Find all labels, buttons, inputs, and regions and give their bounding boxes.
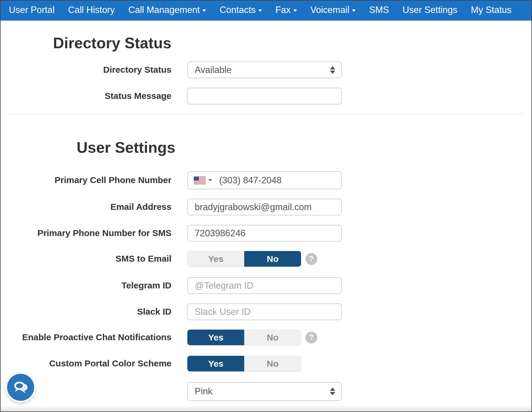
live-chat-button[interactable] [7,374,34,401]
telegram-row: Telegram ID [1,277,531,294]
nav-label: Contacts [219,4,255,16]
status-message-row: Status Message [1,88,531,104]
telegram-id-field[interactable] [187,277,342,294]
sms-number-label: Primary Phone Number for SMS [1,228,171,238]
directory-status-heading: Directory Status [53,35,531,51]
nav-item-my-status[interactable]: My Status [464,4,518,16]
nav-label: User Settings [402,4,457,16]
nav-label: User Portal [9,4,54,16]
sms-to-email-row: SMS to Email Yes No ? [1,251,531,267]
section-divider [8,114,524,114]
color-scheme-select[interactable]: Pink [187,382,342,401]
nav-label: My Status [471,4,511,16]
us-flag-icon [194,177,206,184]
status-message-label: Status Message [1,91,171,101]
nav-item-user-portal[interactable]: User Portal [2,4,61,16]
chevron-down-icon [352,9,356,12]
chevron-down-icon [209,179,212,181]
sms-to-email-toggle: Yes No [187,251,301,267]
nav-label: SMS [369,4,389,16]
email-field[interactable] [187,199,342,215]
page: User Portal Call History Call Management… [0,0,532,412]
nav-item-call-management[interactable]: Call Management [122,4,213,16]
top-navbar: User Portal Call History Call Management… [1,1,531,21]
nav-label: Call Management [128,4,200,16]
primary-cell-value: (303) 847-2048 [219,175,282,186]
nav-label: Call History [68,4,115,16]
custom-color-row: Custom Portal Color Scheme Yes No [1,356,531,371]
nav-label: Fax [275,4,291,16]
proactive-chat-yes-button[interactable]: Yes [187,330,244,345]
primary-cell-label: Primary Cell Phone Number [1,175,171,185]
chevron-down-icon [202,9,206,12]
directory-status-select[interactable]: Available [187,62,342,78]
color-scheme-row: Pink [1,382,531,401]
sms-to-email-yes-button[interactable]: Yes [187,251,244,267]
color-scheme-selected-value: Pink [195,386,212,397]
chevron-down-icon [258,9,262,12]
telegram-label: Telegram ID [1,280,171,291]
custom-color-label: Custom Portal Color Scheme [1,358,171,369]
proactive-chat-toggle: Yes No [187,330,301,345]
slack-row: Slack ID [1,303,531,320]
custom-color-toggle: Yes No [187,356,301,371]
chat-bubbles-icon [11,378,30,396]
footer-strip [1,405,531,411]
custom-color-no-button[interactable]: No [244,356,301,371]
nav-item-fax[interactable]: Fax [269,4,304,16]
slack-label: Slack ID [1,307,171,317]
proactive-chat-label: Enable Proactive Chat Notifications [1,332,171,343]
directory-status-label: Directory Status [1,65,171,75]
proactive-chat-row: Enable Proactive Chat Notifications Yes … [1,330,531,345]
nav-item-contacts[interactable]: Contacts [213,4,268,16]
main-content: Directory Status Directory Status Availa… [1,21,531,401]
primary-cell-row: Primary Cell Phone Number (303) 847-2048 [1,171,531,189]
status-message-input[interactable] [187,88,342,104]
sms-to-email-label: SMS to Email [1,254,171,264]
email-row: Email Address [1,199,531,215]
nav-item-sms[interactable]: SMS [362,4,396,16]
sms-number-row: Primary Phone Number for SMS [1,225,531,242]
help-icon[interactable]: ? [305,332,317,343]
primary-cell-input[interactable]: (303) 847-2048 [187,171,342,189]
nav-item-call-history[interactable]: Call History [61,4,121,16]
nav-item-voicemail[interactable]: Voicemail [304,4,363,16]
select-spinner-icon [330,66,335,74]
user-settings-heading: User Settings [77,140,531,155]
directory-status-selected-value: Available [195,65,232,75]
select-spinner-icon [330,388,335,395]
sms-to-email-no-button[interactable]: No [244,251,301,267]
sms-number-field[interactable] [187,225,342,242]
directory-status-row: Directory Status Available [1,62,531,78]
slack-id-field[interactable] [187,303,342,320]
proactive-chat-no-button[interactable]: No [244,330,301,345]
chevron-down-icon [293,9,297,12]
email-label: Email Address [1,202,171,212]
help-icon[interactable]: ? [305,253,317,265]
nav-item-user-settings[interactable]: User Settings [396,4,464,16]
country-flag-dropdown[interactable] [192,175,214,185]
nav-label: Voicemail [310,4,350,16]
custom-color-yes-button[interactable]: Yes [187,356,244,371]
